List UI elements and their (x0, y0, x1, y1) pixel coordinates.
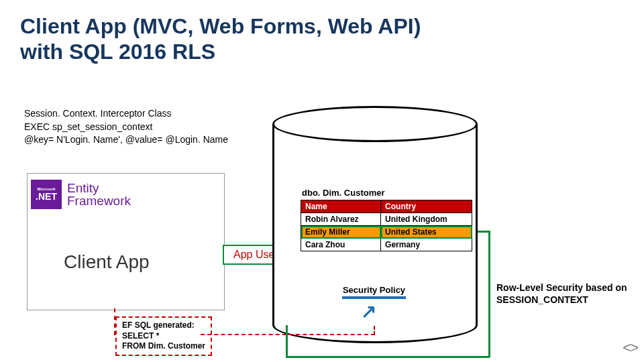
entity-framework-logo: Microsoft .NET Entity Framework (31, 180, 153, 209)
nav-next-icon[interactable]: > (630, 339, 636, 357)
dashed-line (201, 334, 375, 335)
security-policy-bar-icon (342, 296, 406, 299)
security-policy-box: Security Policy (342, 285, 406, 299)
rls-line1: Row-Level Security based on (496, 282, 627, 294)
table-caption: dbo. Dim. Customer (302, 188, 385, 198)
col-name: Name (301, 200, 381, 213)
security-policy-label: Security Policy (342, 285, 406, 295)
green-line (286, 356, 490, 358)
title-line1: Client App (MVC, Web Forms, Web API) (20, 13, 421, 39)
nav-prev-icon[interactable]: < (623, 339, 629, 357)
interceptor-text: Session. Context. Interceptor Class EXEC… (24, 107, 228, 147)
sql-line3: FROM Dim. Customer (122, 341, 205, 352)
subtitle-line2: EXEC sp_set_session_context (24, 121, 228, 134)
customer-table: Name Country Robin Alvarez United Kingdo… (301, 200, 472, 251)
table-row: Robin Alvarez United Kingdom (301, 213, 472, 226)
subtitle-line1: Session. Context. Interceptor Class (24, 107, 228, 121)
title-line2: with SQL 2016 RLS (20, 39, 421, 64)
sql-line1: EF SQL generated: (122, 320, 205, 331)
table-row: Cara Zhou Germany (301, 239, 472, 251)
table-header-row: Name Country (301, 200, 472, 213)
rls-description: Row-Level Security based on SESSION_CONT… (496, 282, 627, 306)
dashed-line (114, 308, 115, 335)
rls-line2: SESSION_CONTEXT (496, 294, 627, 306)
sql-line2: SELECT * (122, 331, 205, 342)
ef-text1: Entity (67, 182, 131, 194)
green-line (488, 231, 490, 357)
col-country: Country (381, 200, 472, 213)
slide-nav: < > (623, 339, 636, 357)
dotnet-badge-icon: Microsoft .NET (31, 180, 62, 209)
subtitle-line3: @key= N'Login. Name', @value= @Login. Na… (24, 133, 228, 147)
table-row-highlighted: Emily Miller United States (301, 226, 472, 239)
ef-text2: Framework (67, 194, 131, 207)
client-app-label: Client App (64, 251, 150, 273)
arrow-up-right-icon: ↗ (361, 300, 376, 322)
database-cylinder-top (272, 106, 478, 142)
slide-title: Client App (MVC, Web Forms, Web API) wit… (20, 13, 421, 65)
ef-sql-box: EF SQL generated: SELECT * FROM Dim. Cus… (115, 316, 212, 356)
